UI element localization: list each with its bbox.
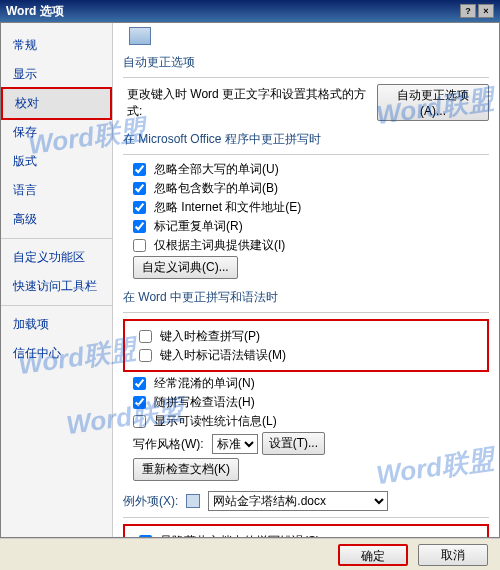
sidebar: 常规 显示 校对 保存 版式 语言 高级 自定义功能区 快速访问工具栏 加载项 …	[1, 23, 113, 537]
close-button[interactable]: ×	[478, 4, 494, 18]
opt-grammar-with-spelling[interactable]: 随拼写检查语法(H)	[133, 394, 489, 410]
sidebar-item-qat[interactable]: 快速访问工具栏	[1, 272, 112, 301]
main-area: 常规 显示 校对 保存 版式 语言 高级 自定义功能区 快速访问工具栏 加载项 …	[0, 22, 500, 538]
opt-label: 键入时标记语法错误(M)	[160, 347, 286, 363]
opt-label: 忽略包含数字的单词(B)	[154, 180, 278, 196]
ok-button[interactable]: 确定	[338, 544, 408, 566]
section-office-title: 在 Microsoft Office 程序中更正拼写时	[123, 127, 489, 155]
sidebar-item-display[interactable]: 显示	[1, 60, 112, 89]
window-title: Word 选项	[6, 0, 64, 22]
help-button[interactable]: ?	[460, 4, 476, 18]
opt-label: 只隐藏此文档中的拼写错误(S)	[160, 533, 320, 537]
writing-style-row: 写作风格(W): 标准 设置(T)...	[133, 432, 489, 455]
section-exceptions-title: 例外项(X): 网站金字塔结构.docx	[123, 487, 489, 518]
sidebar-item-general[interactable]: 常规	[1, 31, 112, 60]
opt-label: 标记重复单词(R)	[154, 218, 243, 234]
writing-style-label: 写作风格(W):	[133, 436, 204, 452]
sidebar-separator	[1, 238, 112, 239]
checkbox[interactable]	[139, 330, 152, 343]
checkbox[interactable]	[133, 239, 146, 252]
opt-mark-grammar-typing[interactable]: 键入时标记语法错误(M)	[139, 347, 483, 363]
sidebar-item-addins[interactable]: 加载项	[1, 310, 112, 339]
checkbox[interactable]	[133, 201, 146, 214]
checkbox[interactable]	[133, 415, 146, 428]
exceptions-label: 例外项(X):	[123, 493, 178, 510]
sidebar-item-advanced[interactable]: 高级	[1, 205, 112, 234]
opt-ignore-internet[interactable]: 忽略 Internet 和文件地址(E)	[133, 199, 489, 215]
exceptions-document-select[interactable]: 网站金字塔结构.docx	[208, 491, 388, 511]
opt-hide-spelling-errors[interactable]: 只隐藏此文档中的拼写错误(S)	[139, 533, 483, 537]
opt-confused-words[interactable]: 经常混淆的单词(N)	[133, 375, 489, 391]
checkbox[interactable]	[139, 349, 152, 362]
opt-readability-stats[interactable]: 显示可读性统计信息(L)	[133, 413, 489, 429]
thumbnail-icon	[129, 27, 151, 45]
cancel-button[interactable]: 取消	[418, 544, 488, 566]
recheck-document-button[interactable]: 重新检查文档(K)	[133, 458, 239, 481]
checkbox[interactable]	[133, 182, 146, 195]
autocorrect-row: 更改键入时 Word 更正文字和设置其格式的方式: 自动更正选项(A)...	[127, 84, 489, 121]
opt-label: 忽略 Internet 和文件地址(E)	[154, 199, 301, 215]
titlebar-buttons: ? ×	[460, 4, 494, 18]
highlight-group-exceptions: 只隐藏此文档中的拼写错误(S) 只隐藏此文档中的语法错误(D)	[123, 524, 489, 537]
sidebar-item-save[interactable]: 保存	[1, 118, 112, 147]
document-icon	[186, 494, 200, 508]
checkbox[interactable]	[133, 377, 146, 390]
opt-main-dict-only[interactable]: 仅根据主词典提供建议(I)	[133, 237, 489, 253]
custom-dictionary-button[interactable]: 自定义词典(C)...	[133, 256, 238, 279]
opt-label: 仅根据主词典提供建议(I)	[154, 237, 285, 253]
sidebar-item-ribbon[interactable]: 自定义功能区	[1, 243, 112, 272]
titlebar: Word 选项 ? ×	[0, 0, 500, 22]
autocorrect-desc: 更改键入时 Word 更正文字和设置其格式的方式:	[127, 86, 371, 120]
opt-label: 键入时检查拼写(P)	[160, 328, 260, 344]
opt-label: 显示可读性统计信息(L)	[154, 413, 277, 429]
checkbox[interactable]	[133, 396, 146, 409]
writing-style-select[interactable]: 标准	[212, 434, 258, 454]
sidebar-item-trust[interactable]: 信任中心	[1, 339, 112, 368]
checkbox[interactable]	[133, 163, 146, 176]
dialog-button-bar: 确定 取消	[0, 538, 500, 570]
section-word-title: 在 Word 中更正拼写和语法时	[123, 285, 489, 313]
opt-label: 经常混淆的单词(N)	[154, 375, 255, 391]
opt-ignore-uppercase[interactable]: 忽略全部大写的单词(U)	[133, 161, 489, 177]
section-autocorrect-title: 自动更正选项	[123, 50, 489, 78]
sidebar-item-layout[interactable]: 版式	[1, 147, 112, 176]
content-panel: 自动更正选项 更改键入时 Word 更正文字和设置其格式的方式: 自动更正选项(…	[113, 23, 499, 537]
opt-check-spelling-typing[interactable]: 键入时检查拼写(P)	[139, 328, 483, 344]
sidebar-item-proofing[interactable]: 校对	[1, 87, 112, 120]
sidebar-item-language[interactable]: 语言	[1, 176, 112, 205]
writing-style-settings-button[interactable]: 设置(T)...	[262, 432, 325, 455]
opt-label: 随拼写检查语法(H)	[154, 394, 255, 410]
checkbox[interactable]	[139, 535, 152, 538]
sidebar-separator	[1, 305, 112, 306]
opt-ignore-numbers[interactable]: 忽略包含数字的单词(B)	[133, 180, 489, 196]
highlight-group-spellcheck: 键入时检查拼写(P) 键入时标记语法错误(M)	[123, 319, 489, 372]
autocorrect-options-button[interactable]: 自动更正选项(A)...	[377, 84, 489, 121]
opt-flag-repeated[interactable]: 标记重复单词(R)	[133, 218, 489, 234]
checkbox[interactable]	[133, 220, 146, 233]
opt-label: 忽略全部大写的单词(U)	[154, 161, 279, 177]
